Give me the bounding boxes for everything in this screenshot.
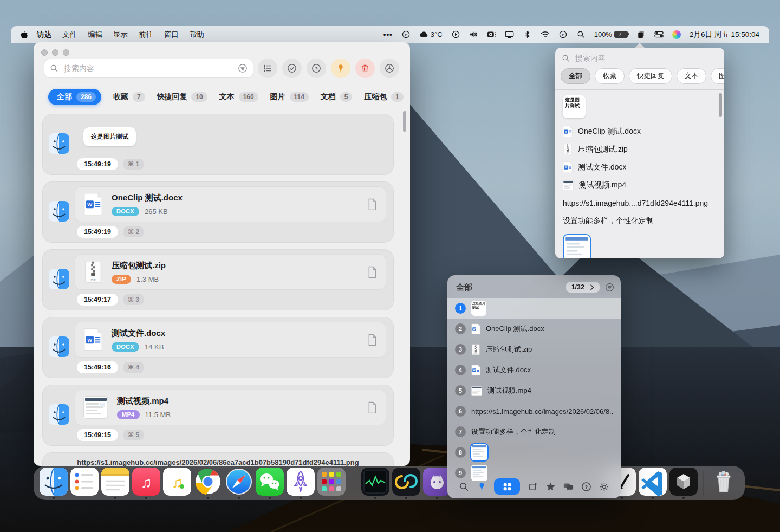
dropdown-list-item[interactable]: https://s1.imagehub....d71dfd294e4111.pn… [563,194,724,212]
copy-as-file-icon[interactable] [367,198,378,211]
speaker-grill-status-icon[interactable] [483,30,500,38]
dock-app-chrome[interactable] [194,468,222,499]
quick-item-6[interactable]: 6https://s1.imagehub.cc/images/2026/02/0… [447,401,621,421]
siri-status-icon[interactable] [668,30,685,39]
menu-帮助[interactable]: 帮助 [184,30,210,40]
dropdown-list-item[interactable]: WOneClip 测试.docx [563,122,724,140]
weather-status-icon[interactable]: 3°C [415,30,447,38]
settings-dial-button[interactable] [380,59,399,78]
dropdown-image-thumb[interactable]: 这是图片测试 [563,95,586,118]
tab-文本[interactable]: 文本160 [219,92,258,102]
apple-menu-icon[interactable] [18,30,30,39]
dropdown-list-item[interactable]: 测试视频.mp4 [563,176,724,194]
menu-访达[interactable]: 访达 [31,30,57,40]
next-page-icon[interactable] [590,284,594,291]
search-filter-icon[interactable] [238,63,248,73]
menu-文件[interactable]: 文件 [57,30,82,40]
dock-app-notes[interactable] [101,468,129,499]
menubar-clock[interactable]: 2月6日 周五 15:50:04 [685,30,762,40]
tab-图片[interactable]: 图片114 [270,92,309,102]
quick-item-2[interactable]: 2WOneClip 测试.docx [447,319,621,339]
dropdown-tab-文本[interactable]: 文本 [677,68,706,84]
parallels-status-icon[interactable]: P [554,30,572,38]
search-bar[interactable] [44,59,253,77]
dropdown-search-input[interactable] [574,53,718,63]
clipboard-status-icon[interactable] [632,30,650,38]
quick-item-1[interactable]: 1这是图片测试 [447,298,621,319]
dock-app-github[interactable] [423,468,451,499]
wifi-status-icon[interactable] [536,30,554,38]
quick-item-3[interactable]: 3ZIP压缩包测试.zip [447,339,621,360]
menubar-overflow-button[interactable]: ••• [379,30,397,38]
settings-tool-icon[interactable] [599,481,610,492]
dropdown-tab-全部[interactable]: 全部 [561,68,590,84]
copy-as-file-icon[interactable] [367,266,378,278]
clipboard-item[interactable]: WOneClip 测试.docxDOCX265 KB15:49:19⌘ 2 [42,181,394,243]
quick-item-8[interactable]: 8 [447,442,621,463]
tab-文档[interactable]: 文档5 [321,92,353,102]
minimize-window-button[interactable] [52,49,58,56]
search-input[interactable] [63,63,238,73]
dropdown-screenshot-thumb[interactable] [563,234,591,258]
dropdown-list-item[interactable]: 设置功能多样，个性化定制 [563,212,724,230]
dock-app-oneclip[interactable] [392,468,420,499]
dropdown-tab-收藏[interactable]: 收藏 [595,68,625,84]
clear-all-button[interactable] [355,59,375,78]
quick-item-4[interactable]: 4W测试文件.docx [447,360,621,380]
dock-app-safari[interactable] [225,468,253,499]
search-status-icon[interactable] [572,30,590,38]
dock-app-trash[interactable] [710,468,738,499]
multi-select-button[interactable] [282,59,302,78]
search-tool-icon[interactable] [458,481,469,492]
star-tool-icon[interactable] [545,481,556,492]
close-window-button[interactable] [41,49,48,56]
dock-app-activity[interactable] [361,468,389,499]
list-view-button[interactable] [258,59,277,78]
pagination[interactable]: 1/32 [566,282,600,293]
parallels-status-icon[interactable]: P [397,30,415,38]
dock-app-rocket[interactable] [287,468,315,499]
chat-tool-icon[interactable] [563,481,574,492]
menu-前往[interactable]: 前往 [133,30,159,40]
tab-全部[interactable]: 全部286 [48,89,101,105]
quick-item-7[interactable]: 7设置功能多样，个性化定制 [447,421,621,442]
tab-收藏[interactable]: 收藏7 [113,92,145,102]
clipboard-item[interactable]: ZIP压缩包测试.zipZIP1.3 MB15:49:17⌘ 3 [42,249,394,310]
quick-item-5[interactable]: 5测试视频.mp4 [447,380,621,401]
help-button[interactable]: ? [307,59,326,78]
dropdown-tab-快捷回复[interactable]: 快捷回复 [629,68,672,84]
menu-窗口[interactable]: 窗口 [159,30,184,40]
dock-app-music[interactable]: ♫ [132,468,160,499]
dock-app-vscode[interactable] [639,468,667,499]
tab-压缩包[interactable]: 压缩包1 [364,92,404,102]
battery-status-icon[interactable]: 100%⚡ [590,30,632,38]
scrollbar-thumb[interactable] [403,111,406,132]
dock-app-finder[interactable] [40,468,68,499]
volume-status-icon[interactable] [465,30,483,38]
pin-tool-icon[interactable] [476,481,487,492]
dropdown-tab-图片[interactable]: 图片 [711,68,724,84]
tab-快捷回复[interactable]: 快捷回复10 [157,92,207,102]
dock-app-launchpad[interactable] [317,468,346,499]
pin-button[interactable] [331,59,350,78]
menu-编辑[interactable]: 编辑 [82,30,108,40]
control-center-status-icon[interactable] [650,30,668,38]
copy-as-file-icon[interactable] [367,401,378,414]
dropdown-list-item[interactable]: W测试文件.docx [563,158,724,176]
play-circle-status-icon[interactable] [447,30,465,38]
quick-filter-icon[interactable] [605,283,614,292]
dock-app-qqmusic[interactable]: ♫ [163,468,191,499]
clipboard-item[interactable]: W测试文件.docxDOCX14 KB15:49:16⌘ 4 [42,317,394,378]
help-tool-icon[interactable]: ? [581,481,592,492]
zoom-window-button[interactable] [63,49,69,56]
dock-app-unity[interactable] [670,468,698,499]
dropdown-scrollbar-thumb[interactable] [719,93,722,117]
display-status-icon[interactable] [500,30,518,38]
copy-tool-icon[interactable] [527,481,538,492]
clipboard-item[interactable]: 测试视频.mp4MP411.5 MB15:49:15⌘ 5 [42,385,394,446]
menu-显示[interactable]: 显示 [108,30,133,40]
dock-app-reminders[interactable] [70,468,99,499]
dropdown-list-item[interactable]: ZIP压缩包测试.zip [563,140,724,158]
clipboard-item[interactable]: https://s1.imagehub.cc/images/2026/02/06… [42,452,394,466]
dropdown-search-bar[interactable] [555,48,724,66]
